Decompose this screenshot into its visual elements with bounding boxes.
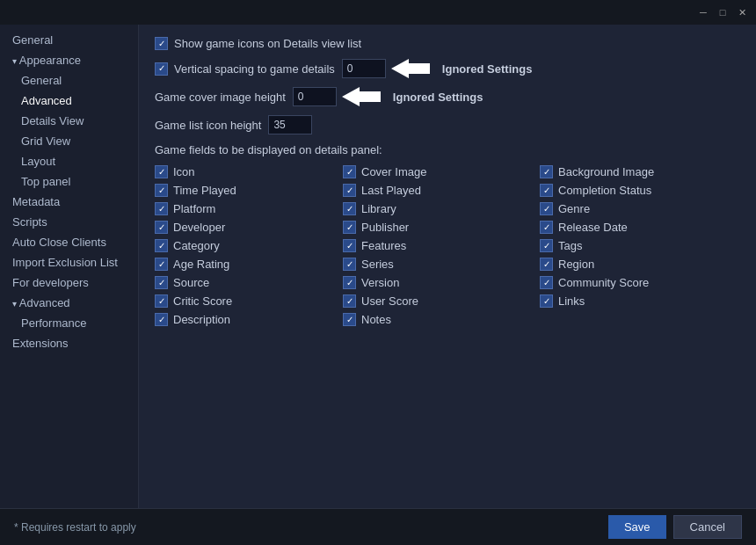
field-checkbox-tags[interactable]	[540, 239, 553, 252]
sidebar-item-auto-close[interactable]: Auto Close Clients	[0, 232, 138, 252]
field-item-last-played: Last Played	[343, 184, 536, 197]
sidebar-item-general[interactable]: General	[0, 30, 138, 50]
sidebar-item-for-developers[interactable]: For developers	[0, 272, 138, 293]
field-checkbox-release-date[interactable]	[540, 221, 553, 234]
field-label-platform: Platform	[173, 202, 215, 215]
field-label-critic-score: Critic Score	[173, 294, 232, 308]
sidebar-item-top-panel[interactable]: Top panel	[0, 171, 138, 192]
field-label-age-rating: Age Rating	[173, 258, 229, 271]
maximize-button[interactable]: □	[714, 4, 731, 21]
field-checkbox-features[interactable]	[343, 239, 356, 252]
field-item-features: Features	[343, 239, 536, 252]
svg-marker-1	[342, 87, 381, 106]
field-checkbox-notes[interactable]	[343, 313, 356, 326]
ignored-arrow-1	[391, 59, 430, 78]
field-checkbox-platform[interactable]	[155, 202, 168, 215]
field-label-completion-status: Completion Status	[558, 184, 651, 197]
footer: * Requires restart to apply Save Cancel	[0, 508, 756, 545]
field-item-notes: Notes	[343, 313, 536, 326]
field-label-description: Description	[173, 313, 230, 326]
field-item-publisher: Publisher	[343, 221, 536, 234]
sidebar-item-appearance-advanced[interactable]: Advanced	[0, 91, 138, 111]
main-area: General Appearance General Advanced Deta…	[0, 25, 756, 508]
field-item-region: Region	[540, 258, 740, 271]
field-item-user-score: User Score	[343, 294, 536, 308]
field-item-platform: Platform	[155, 202, 339, 215]
fields-grid: IconCover ImageBackground ImageTime Play…	[155, 165, 740, 326]
minimize-button[interactable]: ─	[694, 4, 712, 21]
sidebar: General Appearance General Advanced Deta…	[0, 25, 139, 508]
field-item-version: Version	[343, 276, 536, 289]
ignored-label-1: Ignored Settings	[442, 62, 533, 76]
sidebar-item-import-exclusion[interactable]: Import Exclusion List	[0, 252, 138, 272]
field-checkbox-source[interactable]	[155, 276, 168, 289]
field-label-notes: Notes	[361, 313, 391, 326]
field-checkbox-completion-status[interactable]	[540, 184, 553, 197]
svg-marker-0	[391, 59, 430, 78]
sidebar-item-advanced[interactable]: Advanced	[0, 293, 138, 313]
field-checkbox-genre[interactable]	[540, 202, 553, 215]
field-item-release-date: Release Date	[540, 221, 740, 234]
game-cover-label: Game cover image height	[155, 91, 286, 104]
field-checkbox-community-score[interactable]	[540, 276, 553, 289]
field-label-developer: Developer	[173, 221, 225, 234]
field-checkbox-time-played[interactable]	[155, 184, 168, 197]
sidebar-item-metadata[interactable]: Metadata	[0, 192, 138, 212]
field-label-user-score: User Score	[361, 294, 418, 308]
field-label-features: Features	[361, 239, 406, 252]
vertical-spacing-input[interactable]	[342, 59, 386, 78]
fields-section-label: Game fields to be displayed on details p…	[155, 143, 740, 156]
field-checkbox-library[interactable]	[343, 202, 356, 215]
field-checkbox-last-played[interactable]	[343, 184, 356, 197]
sidebar-item-performance[interactable]: Performance	[0, 313, 138, 333]
field-checkbox-icon[interactable]	[155, 165, 168, 178]
field-item-critic-score: Critic Score	[155, 294, 339, 308]
game-cover-row: Game cover image height Ignored Settings	[155, 87, 740, 106]
field-checkbox-age-rating[interactable]	[155, 258, 168, 271]
field-checkbox-description[interactable]	[155, 313, 168, 326]
field-label-library: Library	[361, 202, 396, 215]
sidebar-item-appearance[interactable]: Appearance	[0, 50, 138, 70]
field-label-publisher: Publisher	[361, 221, 409, 234]
field-checkbox-cover-image[interactable]	[343, 165, 356, 178]
field-label-last-played: Last Played	[361, 184, 421, 197]
field-checkbox-publisher[interactable]	[343, 221, 356, 234]
sidebar-item-details-view[interactable]: Details View	[0, 111, 138, 131]
field-item-age-rating: Age Rating	[155, 258, 339, 271]
sidebar-item-layout[interactable]: Layout	[0, 151, 138, 171]
show-game-icons-row: Show game icons on Details view list	[155, 37, 740, 50]
cancel-button[interactable]: Cancel	[673, 515, 742, 539]
field-checkbox-links[interactable]	[540, 294, 553, 308]
field-item-source: Source	[155, 276, 339, 289]
save-button[interactable]: Save	[608, 515, 666, 539]
vertical-spacing-label: Vertical spacing to game details	[174, 62, 335, 76]
show-game-icons-wrap: Show game icons on Details view list	[155, 37, 361, 50]
vertical-spacing-checkbox[interactable]	[155, 62, 168, 76]
sidebar-item-appearance-general[interactable]: General	[0, 70, 138, 91]
footer-buttons: Save Cancel	[608, 515, 742, 539]
field-item-cover-image: Cover Image	[343, 165, 536, 178]
sidebar-item-extensions[interactable]: Extensions	[0, 333, 138, 353]
sidebar-item-grid-view[interactable]: Grid View	[0, 131, 138, 151]
field-item-tags: Tags	[540, 239, 740, 252]
field-checkbox-background-image[interactable]	[540, 165, 553, 178]
field-checkbox-region[interactable]	[540, 258, 553, 271]
field-checkbox-version[interactable]	[343, 276, 356, 289]
field-item-time-played: Time Played	[155, 184, 339, 197]
close-button[interactable]: ✕	[733, 4, 751, 21]
game-cover-input[interactable]	[293, 87, 337, 106]
field-label-genre: Genre	[558, 202, 590, 215]
field-checkbox-series[interactable]	[343, 258, 356, 271]
game-list-icon-label: Game list icon height	[155, 119, 261, 132]
field-checkbox-critic-score[interactable]	[155, 294, 168, 308]
game-list-icon-input[interactable]	[268, 115, 312, 134]
field-checkbox-developer[interactable]	[155, 221, 168, 234]
field-label-source: Source	[173, 276, 209, 289]
show-game-icons-label: Show game icons on Details view list	[174, 37, 361, 50]
field-label-version: Version	[361, 276, 399, 289]
sidebar-item-scripts[interactable]: Scripts	[0, 212, 138, 232]
field-item-category: Category	[155, 239, 339, 252]
field-checkbox-category[interactable]	[155, 239, 168, 252]
show-game-icons-checkbox[interactable]	[155, 37, 168, 50]
field-checkbox-user-score[interactable]	[343, 294, 356, 308]
